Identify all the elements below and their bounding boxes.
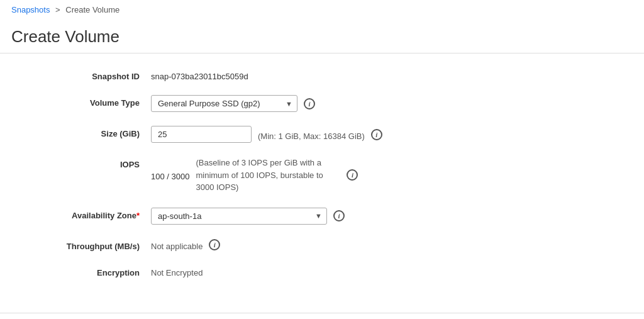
snapshot-id-value: snap-073ba23011bc5059d: [151, 69, 248, 81]
size-value-area: (Min: 1 GiB, Max: 16384 GiB) i: [151, 126, 528, 143]
size-input[interactable]: [151, 126, 252, 143]
throughput-label: Throughput (MB/s): [38, 238, 151, 251]
encryption-row: Encryption Not Encrypted: [38, 265, 528, 277]
encryption-label: Encryption: [38, 265, 151, 277]
iops-info-icon[interactable]: i: [347, 169, 358, 181]
required-star: *: [136, 211, 140, 220]
availability-zone-select[interactable]: ap-south-1a ap-south-1b ap-south-1c: [151, 208, 327, 225]
create-volume-form: Snapshot ID snap-073ba23011bc5059d Volum…: [0, 53, 566, 306]
throughput-info-icon[interactable]: i: [209, 239, 220, 250]
size-hint: (Min: 1 GiB, Max: 16384 GiB): [258, 128, 365, 141]
volume-type-info-icon[interactable]: i: [304, 98, 315, 109]
throughput-row: Throughput (MB/s) Not applicable i: [38, 238, 528, 251]
throughput-value-area: Not applicable i: [151, 238, 528, 251]
volume-type-select[interactable]: General Purpose SSD (gp2) Provisioned IO…: [151, 95, 297, 112]
page-title-area: Create Volume: [0, 20, 644, 53]
volume-type-value-area: General Purpose SSD (gp2) Provisioned IO…: [151, 95, 528, 112]
snapshot-id-row: Snapshot ID snap-073ba23011bc5059d: [38, 69, 528, 81]
encryption-value: Not Encrypted: [151, 265, 203, 277]
encryption-value-area: Not Encrypted: [151, 265, 528, 277]
iops-label: IOPS: [38, 157, 151, 169]
snapshot-id-value-area: snap-073ba23011bc5059d: [151, 69, 528, 81]
bottom-divider: [0, 313, 644, 313]
iops-row: IOPS 100 / 3000 (Baseline of 3 IOPS per …: [38, 157, 528, 194]
availability-zone-row: Availability Zone* ap-south-1a ap-south-…: [38, 208, 528, 225]
availability-zone-select-wrapper: ap-south-1a ap-south-1b ap-south-1c ▼: [151, 208, 327, 225]
breadcrumb: Snapshots > Create Volume: [0, 0, 644, 20]
iops-value: 100 / 3000: [151, 169, 189, 181]
snapshot-id-label: Snapshot ID: [38, 69, 151, 81]
availability-zone-info-icon[interactable]: i: [333, 210, 345, 221]
breadcrumb-separator: >: [55, 5, 60, 14]
availability-zone-value-area: ap-south-1a ap-south-1b ap-south-1c ▼ i: [151, 208, 528, 225]
page-title: Create Volume: [11, 27, 633, 47]
iops-description: (Baseline of 3 IOPS per GiB with a minim…: [196, 157, 340, 194]
size-label: Size (GiB): [38, 126, 151, 138]
volume-type-label: Volume Type: [38, 95, 151, 108]
size-info-icon[interactable]: i: [371, 129, 382, 140]
iops-value-area: 100 / 3000 (Baseline of 3 IOPS per GiB w…: [151, 157, 528, 194]
size-row: Size (GiB) (Min: 1 GiB, Max: 16384 GiB) …: [38, 126, 528, 143]
volume-type-select-wrapper: General Purpose SSD (gp2) Provisioned IO…: [151, 95, 297, 112]
availability-zone-label: Availability Zone*: [38, 208, 151, 220]
volume-type-row: Volume Type General Purpose SSD (gp2) Pr…: [38, 95, 528, 112]
breadcrumb-snapshots-link[interactable]: Snapshots: [11, 5, 50, 14]
throughput-value: Not applicable: [151, 238, 203, 251]
breadcrumb-current: Create Volume: [65, 5, 119, 14]
